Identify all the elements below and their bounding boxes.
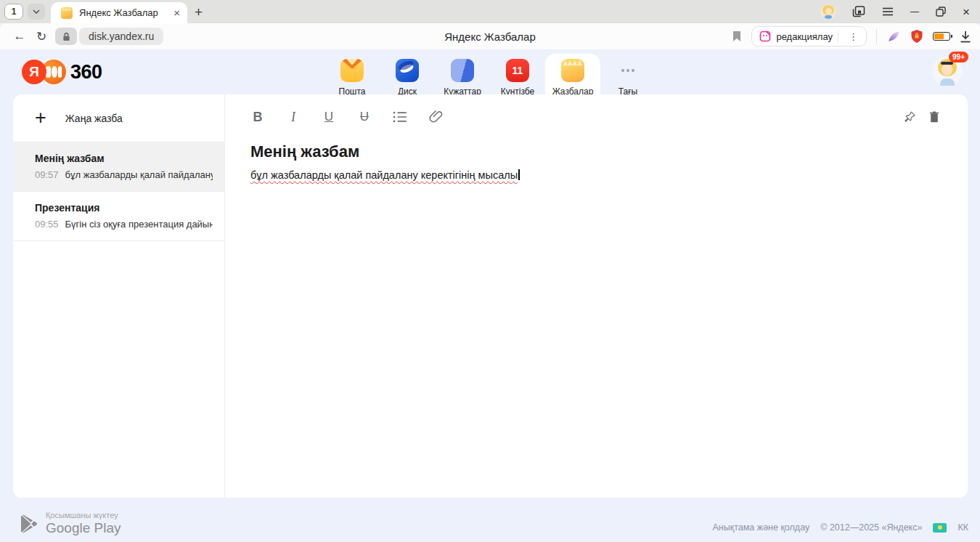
service-header: Я 360 Пошта Диск Құжаттар 11 Күнтізбе [0,49,980,94]
calendar-icon: 11 [506,59,529,82]
restore-button[interactable] [936,7,946,17]
copyright: © 2012—2025 «Яндекс» [820,522,922,533]
google-play-name: Google Play [46,520,121,536]
edit-mode-label: редакциялау [776,31,833,42]
feather-pen-icon[interactable] [886,29,901,44]
chevron-down-icon [33,9,40,14]
notes-icon [561,59,584,82]
logo-360-text: 360 [70,61,102,84]
documents-icon [451,59,474,82]
google-play-caption: Қосымшаны жүктеу [46,511,121,519]
note-actions [903,110,940,124]
battery-icon[interactable] [933,32,950,41]
menu-icon[interactable] [882,7,894,16]
close-button[interactable]: × [963,6,970,18]
more-dots-icon [616,59,640,82]
tab-counter[interactable]: 1 [4,4,23,20]
kazakhstan-flag-icon[interactable] [933,523,947,533]
notes-sidebar: + Жаңа жазба Менің жазбам 09:57 бұл жазб… [13,94,225,498]
tab-title: Яндекс Жазбалар [79,7,169,18]
bookmark-icon[interactable] [732,31,742,42]
bullet-list-button[interactable] [393,110,407,124]
plus-icon: + [35,108,46,128]
google-play-icon [20,514,38,533]
protect-shield-icon[interactable] [910,29,923,44]
tab-list-chevron-button[interactable] [28,4,45,20]
delete-button[interactable] [928,110,940,124]
strikethrough-button[interactable]: U [357,110,372,124]
minimize-button[interactable]: — [910,7,919,16]
browser-window: 1 Яндекс Жазбалар × + — × ← ↻ disk.yande… [0,0,980,542]
url-field[interactable]: disk.yandex.ru [79,28,163,45]
disk-icon [396,59,419,82]
kebab-menu-icon[interactable]: ⋮ [844,32,863,41]
language-code[interactable]: КК [957,522,968,533]
text-caret [518,169,520,180]
new-note-button[interactable]: + Жаңа жазба [13,94,224,142]
download-icon[interactable] [960,31,971,43]
mail-icon [340,59,364,82]
lock-icon[interactable] [55,28,77,45]
note-time: 09:57 [35,169,59,180]
user-avatar[interactable]: 99+ [932,56,963,86]
notes-favicon-icon [61,7,73,19]
format-toolbar: B I U U [250,104,940,130]
pin-button[interactable] [903,110,916,124]
bullet-list-icon [393,110,407,124]
yandex-360-logo[interactable]: Я 360 [22,60,102,84]
paperclip-icon [429,110,443,124]
reload-button[interactable]: ↻ [30,29,52,44]
side-panels-icon[interactable] [852,6,865,17]
tab-strip: 1 Яндекс Жазбалар × + — × [0,0,980,23]
note-time: 09:55 [35,219,59,230]
notes-app-panel: + Жаңа жазба Менің жазбам 09:57 бұл жазб… [13,94,968,498]
note-body[interactable]: бұл жазбаларды қалай пайдалану керектігі… [250,169,940,181]
google-play-badge[interactable]: Қосымшаны жүктеу Google Play [20,511,121,536]
note-title[interactable]: Менің жазбам [250,142,940,161]
window-controls: — × [821,4,980,19]
tab-close-icon[interactable]: × [173,7,180,18]
browser-tab[interactable]: Яндекс Жазбалар × [51,2,187,23]
note-preview: бұл жазбаларды қалай пайдалану ке… [65,169,213,180]
bold-button[interactable]: B [250,110,265,125]
edit-icon [759,31,771,42]
address-bar: ← ↻ disk.yandex.ru Яндекс Жазбалар редак… [0,23,980,49]
back-button[interactable]: ← [9,29,30,44]
note-preview: Бүгін сіз оқуға презентация дайында… [65,219,213,230]
note-editor[interactable]: B I U U Менің жазбам бұл жазбаларды қала… [225,94,968,498]
yandex-logo-icon: Я [22,60,46,84]
underline-button[interactable]: U [322,110,336,124]
attach-button[interactable] [428,110,443,124]
note-list-item[interactable]: Презентация 09:55 Бүгін сіз оқуға презен… [13,192,224,241]
note-list-item[interactable]: Менің жазбам 09:57 бұл жазбаларды қалай … [13,142,224,192]
new-tab-button[interactable]: + [195,5,203,19]
edit-mode-button[interactable]: редакциялау ⋮ [751,26,867,46]
italic-button[interactable]: I [286,110,301,125]
notification-badge: 99+ [949,52,968,62]
help-link[interactable]: Анықтама және қолдау [713,522,810,533]
profile-avatar[interactable] [821,4,836,19]
footer-links: Анықтама және қолдау © 2012—2025 «Яндекс… [713,522,968,533]
